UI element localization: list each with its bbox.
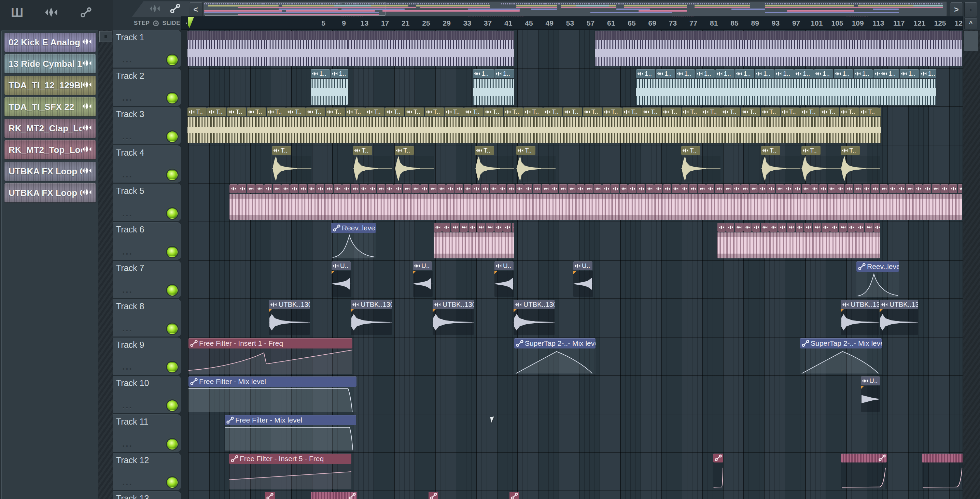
pattern-clip[interactable] — [311, 492, 357, 499]
track-name[interactable]: Track 9 — [116, 340, 144, 350]
automation-clip-header[interactable]: Free Filter - Mix level — [225, 415, 356, 425]
clip-chip[interactable] — [229, 184, 238, 193]
picker-item[interactable]: 02 Kick E Analog Lay.. — [5, 33, 96, 52]
clip-chip[interactable]: T.. — [802, 146, 821, 155]
clip-chip[interactable] — [542, 184, 550, 193]
clip-chip[interactable] — [637, 184, 645, 193]
clip-chip[interactable]: 1.. — [920, 69, 936, 78]
clip-chip[interactable] — [654, 184, 662, 193]
clip-chip[interactable]: T.. — [800, 108, 819, 116]
clip-chip[interactable]: T.. — [761, 108, 780, 116]
track-mute-led[interactable] — [167, 208, 178, 219]
clip-chip[interactable] — [828, 184, 836, 193]
picker-item[interactable]: RK_MT2_Clap_Loop_.. — [5, 119, 96, 138]
clip-chip[interactable] — [873, 223, 880, 232]
clip-chip[interactable]: T.. — [702, 108, 721, 116]
clip-chip[interactable] — [810, 184, 818, 193]
clip-chip[interactable] — [498, 184, 506, 193]
clip-chip[interactable]: T.. — [721, 108, 740, 116]
track-name[interactable]: Track 13 — [116, 494, 149, 499]
clip-chip[interactable] — [316, 184, 325, 193]
pattern-clip[interactable] — [922, 454, 963, 489]
clip-chip[interactable]: T.. — [859, 108, 878, 116]
clip-chip[interactable] — [897, 184, 905, 193]
automation-clip[interactable]: Free Filter - Insert 5 - Freq — [229, 454, 352, 489]
audio-clip[interactable]: 1..1..1.. — [880, 69, 936, 105]
clip-chip[interactable] — [819, 184, 827, 193]
clip-chip[interactable]: 1.. — [695, 69, 715, 78]
clip-chip[interactable] — [247, 184, 255, 193]
clip-chip[interactable]: 1.. — [676, 69, 695, 78]
clip-chip[interactable] — [550, 184, 558, 193]
clip-chip[interactable] — [238, 184, 246, 193]
piano-roll-icon[interactable]: Ш — [11, 6, 23, 20]
clip-chip[interactable]: T.. — [227, 108, 246, 116]
clip-chip[interactable] — [715, 184, 723, 193]
clip-chip[interactable] — [385, 184, 394, 193]
clip-chip[interactable]: 1.. — [656, 69, 675, 78]
clip-chip[interactable] — [593, 184, 602, 193]
clip-chip[interactable]: T.. — [523, 108, 542, 116]
automation-clip[interactable]: Free Filter - Mix level — [188, 377, 356, 412]
clip-chip[interactable] — [838, 223, 847, 232]
clip-chip[interactable]: T.. — [741, 108, 760, 116]
clip-chip[interactable]: 1.. — [794, 69, 813, 78]
clip-chip[interactable]: 1.. — [755, 69, 774, 78]
pattern-clip[interactable] — [841, 454, 887, 489]
clip-chip[interactable] — [368, 184, 376, 193]
audio-clip[interactable]: T.. — [395, 146, 434, 181]
clip-chip[interactable] — [429, 184, 437, 193]
clip-chip[interactable] — [854, 184, 862, 193]
clip-chip[interactable]: T.. — [395, 146, 414, 155]
track-mute-led[interactable] — [167, 170, 178, 180]
clip-chip[interactable]: T.. — [188, 108, 207, 116]
clip-chip[interactable]: T.. — [761, 146, 780, 155]
clip-chip[interactable] — [880, 184, 888, 193]
track-mute-led[interactable] — [167, 477, 178, 488]
track-mute-led[interactable] — [167, 324, 178, 334]
clip-chip[interactable] — [830, 223, 838, 232]
audio-clip[interactable]: T.. — [802, 146, 841, 181]
audio-clip-icon[interactable] — [150, 5, 161, 14]
track-header[interactable]: Track 8... — [113, 299, 181, 337]
clip-chip[interactable]: T.. — [583, 108, 602, 116]
clip-chip[interactable] — [394, 184, 402, 193]
track-name[interactable]: Track 11 — [116, 417, 148, 427]
clip-chip[interactable] — [255, 184, 264, 193]
clip-chip[interactable]: 1.. — [473, 69, 494, 78]
automation-clip-icon[interactable] — [170, 3, 180, 15]
clip-chip[interactable] — [856, 223, 864, 232]
clip-chip[interactable]: U.. — [332, 261, 351, 270]
clip-chip[interactable] — [761, 223, 769, 232]
clip-chip[interactable] — [915, 184, 923, 193]
automation-clip[interactable]: SuperTap 2-..- Mix level — [514, 338, 595, 374]
clip-chip[interactable]: T.. — [464, 108, 483, 116]
track-header[interactable]: Track 1... — [113, 30, 181, 68]
clip-chip[interactable] — [620, 184, 628, 193]
automation-clip[interactable]: SuperTap 2-..- Mix level — [800, 338, 882, 374]
picker-item[interactable]: UTBKA FX Loop 06 130 — [5, 183, 96, 202]
track-mute-led[interactable] — [167, 362, 178, 372]
clip-chip[interactable] — [836, 184, 845, 193]
pattern-clip[interactable] — [509, 492, 519, 499]
audio-clip[interactable]: UTBK..130 — [433, 300, 474, 335]
clip-chip[interactable]: T.. — [504, 108, 523, 116]
clip-chip[interactable] — [778, 223, 786, 232]
clip-chip[interactable] — [451, 223, 459, 232]
clip-chip[interactable] — [813, 223, 821, 232]
clip-chip[interactable] — [434, 223, 442, 232]
track-name[interactable]: Track 12 — [116, 455, 149, 465]
track-header[interactable]: Track 11... — [113, 414, 181, 452]
clip-chip[interactable] — [438, 184, 445, 193]
clip-chip[interactable]: T.. — [662, 108, 681, 116]
clip-chip[interactable]: U.. — [495, 261, 514, 270]
clip-chip[interactable] — [602, 184, 611, 193]
audio-clip[interactable]: T.. — [761, 146, 800, 181]
clip-chip[interactable]: T.. — [879, 108, 881, 116]
audio-clip[interactable]: T.. — [516, 146, 555, 181]
track-mute-led[interactable] — [167, 400, 178, 411]
audio-clip[interactable]: U.. — [495, 261, 514, 297]
audio-clip[interactable] — [595, 31, 880, 66]
clip-chip[interactable] — [282, 184, 290, 193]
playback-start-marker[interactable] — [188, 17, 194, 28]
